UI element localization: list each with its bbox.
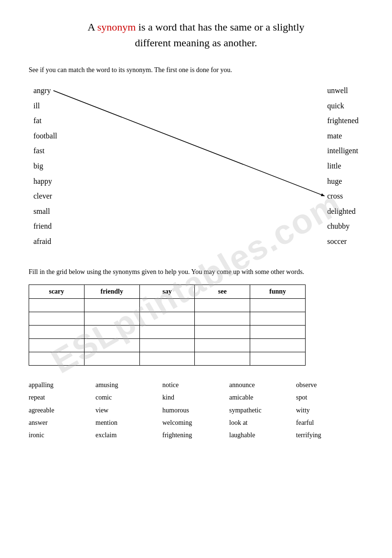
grid-row xyxy=(29,352,306,365)
grid-cell xyxy=(29,338,85,352)
right-word: unwell xyxy=(327,84,348,97)
synonym-item: amicable xyxy=(229,392,277,403)
synonym-column-3: announceamicablesympatheticlook atlaugha… xyxy=(229,380,277,441)
grid-header: scary xyxy=(29,284,85,298)
right-word: chubby xyxy=(327,220,350,232)
grid-cell xyxy=(29,312,85,325)
title-line1: A synonym is a word that has the same or… xyxy=(29,19,363,35)
grid-row xyxy=(29,298,306,312)
synonym-item: notice xyxy=(162,380,210,390)
synonym-column-2: noticekindhumorouswelcomingfrightening xyxy=(162,380,210,441)
left-word: afraid xyxy=(33,235,51,248)
grid-cell xyxy=(29,298,85,312)
grid-cell xyxy=(139,325,195,338)
synonym-item: laughable xyxy=(229,430,277,441)
left-word-list: angryillfatfootballfastbighappycleversma… xyxy=(33,84,57,248)
synonym-item: answer xyxy=(29,418,76,428)
synonym-highlighted: synonym xyxy=(97,21,136,33)
title-line2: different meaning as another. xyxy=(29,35,363,51)
grid-header: friendly xyxy=(84,284,139,298)
grid-cell xyxy=(139,352,195,365)
grid-cell xyxy=(84,325,139,338)
synonym-item: mention xyxy=(95,418,143,428)
grid-cell xyxy=(139,312,195,325)
synonym-item: terrifying xyxy=(296,430,344,441)
grid-header-row: scaryfriendlysayseefunny xyxy=(29,284,306,298)
svg-line-0 xyxy=(53,91,325,196)
grid-cell xyxy=(84,352,139,365)
synonym-item: agreeable xyxy=(29,405,76,416)
grid-cell xyxy=(250,312,306,325)
synonym-item: sympathetic xyxy=(229,405,277,416)
grid-cell xyxy=(250,352,306,365)
synonym-item: exclaim xyxy=(95,430,143,441)
title-section: A synonym is a word that has the same or… xyxy=(29,19,363,51)
grid-cell xyxy=(29,352,85,365)
left-word: football xyxy=(33,130,57,142)
right-word-list: unwellquickfrightenedmateintelligentlitt… xyxy=(327,84,359,248)
grid-header: funny xyxy=(250,284,306,298)
left-word: fat xyxy=(33,115,42,127)
grid-cell xyxy=(139,338,195,352)
right-word: mate xyxy=(327,130,342,142)
synonym-item: appalling xyxy=(29,380,76,390)
synonyms-list-section: appallingrepeatagreeableanswerironicamus… xyxy=(29,380,363,441)
grid-cell xyxy=(195,325,250,338)
left-word: ill xyxy=(33,100,40,112)
synonym-item: frightening xyxy=(162,430,210,441)
matching-section: angryillfatfootballfastbighappycleversma… xyxy=(29,84,363,248)
synonym-item: repeat xyxy=(29,392,76,403)
grid-cell xyxy=(29,325,85,338)
right-word: quick xyxy=(327,100,344,112)
synonym-item: look at xyxy=(229,418,277,428)
grid-row xyxy=(29,312,306,325)
synonym-item: humorous xyxy=(162,405,210,416)
grid-cell xyxy=(250,298,306,312)
grid-cell xyxy=(84,312,139,325)
synonym-item: witty xyxy=(296,405,344,416)
right-word: huge xyxy=(327,175,342,188)
right-word: little xyxy=(327,160,341,172)
synonym-column-1: amusingcomicviewmentionexclaim xyxy=(95,380,143,441)
matching-line-svg xyxy=(29,84,363,248)
grid-cell xyxy=(195,298,250,312)
synonym-item: welcoming xyxy=(162,418,210,428)
grid-header: say xyxy=(139,284,195,298)
right-word: intelligent xyxy=(327,145,358,157)
title-pre: A xyxy=(87,21,97,33)
grid-cell xyxy=(250,338,306,352)
grid-row xyxy=(29,325,306,338)
left-word: small xyxy=(33,205,50,218)
synonym-column-4: observespotwittyfearfulterrifying xyxy=(296,380,344,441)
match-instruction: See if you can match the word to its syn… xyxy=(29,65,363,75)
title-post: is a word that has the same or a slightl… xyxy=(136,21,304,33)
grid-cell xyxy=(195,352,250,365)
synonym-item: comic xyxy=(95,392,143,403)
left-word: clever xyxy=(33,190,52,202)
synonym-item: view xyxy=(95,405,143,416)
svg-marker-1 xyxy=(321,193,325,196)
synonym-item: kind xyxy=(162,392,210,403)
right-word: delighted xyxy=(327,205,356,218)
grid-header: see xyxy=(195,284,250,298)
grid-cell xyxy=(195,312,250,325)
grid-cell xyxy=(195,338,250,352)
synonym-item: fearful xyxy=(296,418,344,428)
fill-instruction: Fill in the grid below using the synonym… xyxy=(29,267,363,277)
left-word: friend xyxy=(33,220,52,232)
right-word: frightened xyxy=(327,115,359,127)
grid-cell xyxy=(139,298,195,312)
grid-cell xyxy=(84,338,139,352)
left-word: angry xyxy=(33,84,51,97)
synonym-column-0: appallingrepeatagreeableanswerironic xyxy=(29,380,76,441)
left-word: happy xyxy=(33,175,52,188)
synonym-item: observe xyxy=(296,380,344,390)
left-word: big xyxy=(33,160,43,172)
synonym-item: announce xyxy=(229,380,277,390)
synonym-item: ironic xyxy=(29,430,76,441)
right-word: soccer xyxy=(327,235,347,248)
right-word: cross xyxy=(327,190,343,202)
synonym-item: amusing xyxy=(95,380,143,390)
grid-cell xyxy=(250,325,306,338)
synonym-item: spot xyxy=(296,392,344,403)
